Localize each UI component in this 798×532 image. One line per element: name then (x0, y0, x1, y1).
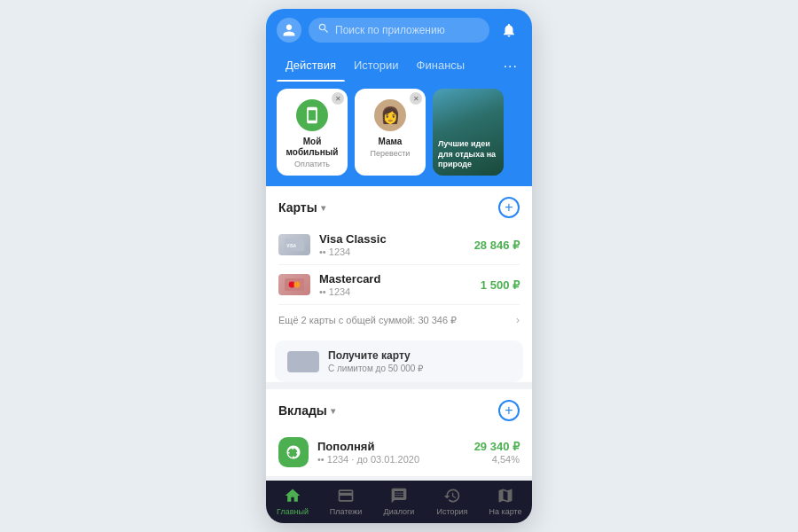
deposit-rate: 4,54% (474, 454, 520, 465)
card-info-visa: Visa Classic •• 1234 (319, 232, 466, 257)
deposit-icon (278, 437, 309, 467)
bottom-nav-dialogs[interactable]: Диалоги (372, 486, 426, 516)
card-row-mc[interactable]: Mastercard •• 1234 1 500 ₽ (266, 265, 532, 304)
card-name: Mastercard (319, 272, 472, 286)
deposits-title: Вклады ▾ (278, 403, 335, 418)
chevron-right-icon: › (516, 314, 520, 326)
tab-finance[interactable]: Финансы (408, 51, 474, 82)
card-balance-visa: 28 846 ₽ (474, 239, 520, 252)
cards-section-header: Карты ▾ + (266, 186, 532, 225)
story-text: Лучшие идеи для отдыха на природе (438, 139, 498, 170)
user-avatar-icon[interactable] (277, 18, 301, 43)
header: Действия Истории Финансы ··· (266, 9, 532, 82)
close-icon[interactable]: ✕ (332, 92, 344, 105)
tab-history[interactable]: Истории (345, 51, 408, 82)
search-input[interactable] (335, 24, 481, 36)
mama-avatar: 👩 (374, 99, 406, 131)
add-card-button[interactable]: + (498, 197, 520, 218)
card-balance-mc: 1 500 ₽ (481, 278, 520, 292)
close-icon[interactable]: ✕ (410, 92, 422, 105)
map-icon (496, 486, 515, 505)
deposits-section-header: Вклады ▾ + (266, 389, 532, 428)
actions-strip: ✕ Мой мобильный Оплатить ✕ 👩 Мама Переве… (266, 82, 532, 186)
header-top (277, 18, 521, 43)
action-card-mobile[interactable]: ✕ Мой мобильный Оплатить (277, 89, 348, 176)
payments-icon (336, 486, 356, 505)
deposit-info: Пополняй •• 1234 · до 03.01.2020 (317, 440, 466, 465)
dialogs-icon (389, 486, 409, 505)
search-bar[interactable] (309, 18, 489, 43)
bottom-nav-history[interactable]: История (426, 486, 479, 516)
tab-more-dots[interactable]: ··· (500, 51, 521, 82)
visa-card-thumb: VISA (278, 234, 310, 255)
deposit-number: •• 1234 · до 03.01.2020 (317, 454, 466, 465)
history-icon (442, 486, 462, 505)
action-card-mama[interactable]: ✕ 👩 Мама Перевести (355, 89, 426, 176)
promo-title: Получите карту (328, 349, 511, 362)
nav-label-history: История (437, 507, 468, 516)
action-sublabel: Оплатить (284, 160, 340, 168)
bottom-nav-map[interactable]: На карте (479, 486, 532, 516)
mc-card-thumb (278, 274, 310, 295)
story-card[interactable]: Лучшие идеи для отдыха на природе (433, 89, 504, 176)
more-cards-text: Ещё 2 карты с общей суммой: 30 346 ₽ (278, 315, 457, 326)
deposit-row[interactable]: Пополняй •• 1234 · до 03.01.2020 29 340 … (266, 428, 532, 476)
svg-text:VISA: VISA (286, 244, 296, 248)
card-info-mc: Mastercard •• 1234 (319, 272, 472, 297)
phone-frame: Действия Истории Финансы ··· ✕ Мой мобил… (266, 9, 532, 523)
deposit-right: 29 340 ₽ 4,54% (474, 440, 520, 465)
bottom-nav: Главный Платежи Диалоги История На карте (266, 481, 532, 523)
main-content: Карты ▾ + VISA Visa Classic •• 12 (266, 186, 532, 481)
deposit-balance: 29 340 ₽ (474, 440, 520, 453)
chevron-down-icon: ▾ (321, 203, 325, 213)
search-icon (317, 22, 330, 38)
svg-point-4 (293, 282, 300, 288)
nav-label-map: На карте (489, 507, 522, 516)
home-icon (283, 486, 302, 505)
action-label: Мама (362, 137, 419, 147)
nav-label-payments: Платежи (330, 507, 363, 516)
card-number: •• 1234 (319, 286, 472, 297)
cards-title: Карты ▾ (278, 200, 325, 215)
chevron-down-icon: ▾ (331, 406, 335, 416)
action-sublabel: Перевести (362, 149, 419, 158)
nav-tabs: Действия Истории Финансы ··· (277, 51, 521, 82)
bottom-nav-home[interactable]: Главный (266, 486, 319, 516)
mobile-icon (296, 99, 328, 131)
nav-label-home: Главный (277, 507, 309, 516)
add-deposit-button[interactable]: + (498, 400, 520, 421)
promo-card-row[interactable]: Получите карту С лимитом до 50 000 ₽ (275, 340, 523, 382)
deposits-section: Вклады ▾ + Пополняй •• 1234 · до 03.01.2… (266, 389, 532, 476)
card-row-visa[interactable]: VISA Visa Classic •• 1234 28 846 ₽ (266, 225, 532, 264)
bottom-nav-payments[interactable]: Платежи (319, 486, 372, 516)
promo-card-icon (287, 351, 319, 372)
card-number: •• 1234 (319, 246, 466, 257)
tab-actions[interactable]: Действия (277, 51, 345, 82)
promo-subtitle: С лимитом до 50 000 ₽ (328, 364, 511, 373)
nav-label-dialogs: Диалоги (384, 507, 415, 516)
action-label: Мой мобильный (284, 137, 340, 158)
promo-info: Получите карту С лимитом до 50 000 ₽ (328, 349, 511, 373)
deposit-name: Пополняй (317, 440, 466, 453)
card-name: Visa Classic (319, 232, 466, 246)
cards-section: Карты ▾ + VISA Visa Classic •• 12 (266, 186, 532, 382)
more-cards-row[interactable]: Ещё 2 карты с общей суммой: 30 346 ₽ › (266, 305, 532, 335)
bell-icon[interactable] (497, 18, 521, 43)
